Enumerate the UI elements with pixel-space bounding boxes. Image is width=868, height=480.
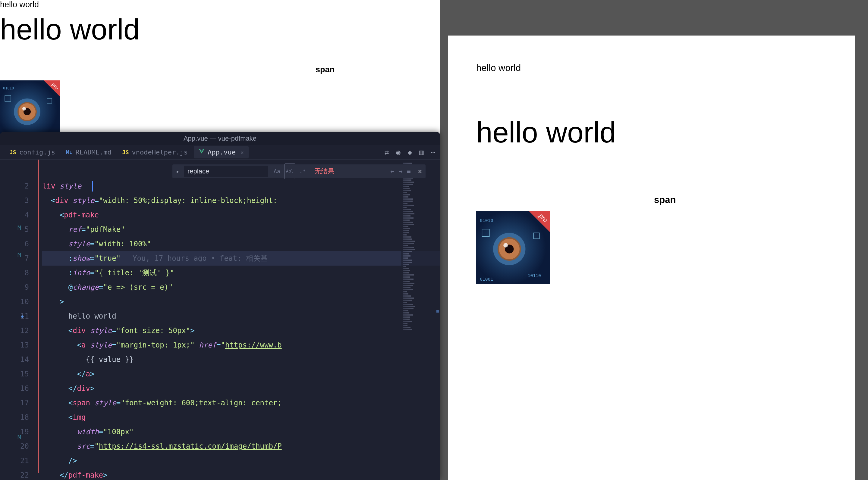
- line-number: 8: [0, 266, 29, 280]
- code-line[interactable]: <a style="margin-top: 1px;" href="https:…: [42, 338, 440, 352]
- line-number: 11: [0, 309, 29, 323]
- find-input[interactable]: [184, 166, 268, 177]
- find-prev-icon[interactable]: ←: [390, 164, 394, 179]
- line-number: 7: [0, 251, 29, 266]
- code-line[interactable]: <div style="font-size: 50px">: [42, 323, 440, 338]
- tab-label: vnodeHelper.js: [132, 148, 188, 156]
- code-line[interactable]: </a>: [42, 367, 440, 381]
- code-line[interactable]: <span style="font-weight: 600;text-align…: [42, 396, 440, 410]
- find-selection-icon[interactable]: ≡: [407, 164, 411, 179]
- regex-icon[interactable]: .*: [298, 164, 307, 179]
- line-number: 18: [0, 410, 29, 424]
- hello-world-big-link[interactable]: hello world: [0, 15, 440, 44]
- code-line[interactable]: <div style="width: 50%;display: inline-b…: [42, 193, 440, 208]
- code-line[interactable]: <img: [42, 410, 440, 424]
- git-change-dot: ●: [21, 309, 24, 323]
- preview-icon[interactable]: ◉: [396, 148, 400, 157]
- line-number: 10: [0, 295, 29, 309]
- line-number: 13: [0, 338, 29, 352]
- find-result-text: 无结果: [314, 164, 334, 179]
- close-icon[interactable]: ✕: [241, 149, 244, 156]
- eye-image: 01010 10110 01001 pro: [0, 80, 60, 141]
- code-line[interactable]: <pdf-make: [42, 208, 440, 222]
- text-cursor: [92, 181, 93, 192]
- pro-badge-corner: [529, 211, 550, 232]
- line-number: 9: [0, 280, 29, 295]
- line-number: 17: [0, 396, 29, 410]
- code-line[interactable]: :show="true"You, 17 hours ago • feat: 相关…: [42, 251, 440, 266]
- find-toggle-icon[interactable]: ▸: [176, 164, 180, 179]
- pdf-hello-big: hello world: [476, 116, 827, 149]
- editor-titlebar[interactable]: App.vue — vue-pdfmake: [0, 132, 440, 145]
- code-line[interactable]: </pdf-make>: [42, 468, 440, 480]
- code-content[interactable]: ▸ Aa Abl .* 无结果 ← → ≡ ✕ liv style <div s…: [36, 160, 440, 480]
- minimap[interactable]: [401, 160, 440, 480]
- git-modified-marker: M: [18, 430, 21, 444]
- tab-vnodehelper-js[interactable]: JS vnodeHelper.js: [118, 146, 193, 159]
- code-line[interactable]: src="https://is4-ssl.mzstatic.com/image/…: [42, 439, 440, 453]
- pdf-viewer-panel: hello world hello world span 01010 10110…: [440, 0, 868, 480]
- tab-app-vue[interactable]: App.vue ✕: [194, 146, 249, 159]
- svg-text:01010: 01010: [480, 218, 493, 223]
- tab-readme-md[interactable]: M↓ README.md: [61, 146, 116, 159]
- line-number: 4: [0, 208, 29, 222]
- code-line[interactable]: />: [42, 453, 440, 468]
- svg-text:01010: 01010: [3, 86, 14, 90]
- js-icon: JS: [10, 149, 16, 156]
- line-number: 3: [0, 193, 29, 208]
- tab-label: config.js: [19, 148, 55, 156]
- split-icon[interactable]: ▥: [419, 148, 424, 157]
- code-line[interactable]: hello world: [42, 309, 440, 323]
- editor-toolbar: ⇄ ◉ ◆ ▥ ⋯: [384, 148, 435, 157]
- compare-icon[interactable]: ⇄: [384, 148, 389, 157]
- code-line[interactable]: </div>: [42, 381, 440, 396]
- pdf-eye-image: 01010 10110 01001 pro: [476, 211, 550, 284]
- code-line[interactable]: width="100px": [42, 424, 440, 439]
- code-line[interactable]: liv style: [42, 179, 440, 193]
- svg-text:10110: 10110: [528, 273, 541, 278]
- tab-config-js[interactable]: JS config.js: [5, 146, 60, 159]
- find-next-icon[interactable]: →: [398, 164, 402, 179]
- code-line[interactable]: ref="pdfMake": [42, 222, 440, 237]
- run-icon[interactable]: ◆: [408, 148, 412, 157]
- line-number: 12: [0, 323, 29, 338]
- tab-label: README.md: [76, 148, 112, 156]
- git-modified-marker: M: [18, 247, 21, 262]
- code-editor-window: App.vue — vue-pdfmake JS config.js M↓ RE…: [0, 132, 440, 480]
- pdf-hello-small: hello world: [476, 63, 827, 73]
- hello-world-small-text: hello world: [0, 0, 440, 9]
- close-icon[interactable]: ✕: [418, 164, 422, 179]
- code-line[interactable]: {{ value }}: [42, 352, 440, 367]
- code-line[interactable]: :info="{ title: '测试' }": [42, 266, 440, 280]
- code-line[interactable]: @change="e => (src = e)": [42, 280, 440, 295]
- find-replace-widget: ▸ Aa Abl .* 无结果 ← → ≡ ✕: [173, 164, 426, 178]
- whole-word-icon[interactable]: Abl: [284, 164, 295, 179]
- tab-label: App.vue: [208, 148, 236, 156]
- vue-icon: [198, 149, 205, 156]
- svg-text:01001: 01001: [480, 276, 493, 281]
- line-number: 15: [0, 367, 29, 381]
- line-number: 19: [0, 424, 29, 439]
- git-modified-marker: M: [18, 220, 21, 235]
- editor-tabbar: JS config.js M↓ README.md JS vnodeHelper…: [0, 145, 440, 160]
- svg-point-6: [22, 107, 26, 110]
- code-line[interactable]: style="width: 100%": [42, 237, 440, 251]
- line-number: 6: [0, 237, 29, 251]
- line-number: 2: [0, 179, 29, 193]
- code-area[interactable]: M M ● M 23456789101112131415161718192021…: [0, 160, 440, 480]
- svg-point-18: [503, 243, 508, 247]
- code-line[interactable]: >: [42, 295, 440, 309]
- line-number: 5: [0, 222, 29, 237]
- js-icon: JS: [122, 149, 129, 156]
- pdf-span-label: span: [654, 195, 827, 205]
- indent-guide: [38, 160, 38, 473]
- match-case-icon[interactable]: Aa: [273, 164, 281, 179]
- line-number: 14: [0, 352, 29, 367]
- minimap-marker: [436, 310, 439, 313]
- more-icon[interactable]: ⋯: [431, 148, 435, 157]
- span-label: span: [210, 65, 440, 74]
- line-number: 22: [0, 468, 29, 480]
- line-number: 20: [0, 439, 29, 453]
- pdf-page: hello world hello world span 01010 10110…: [448, 36, 855, 480]
- line-number: 16: [0, 381, 29, 396]
